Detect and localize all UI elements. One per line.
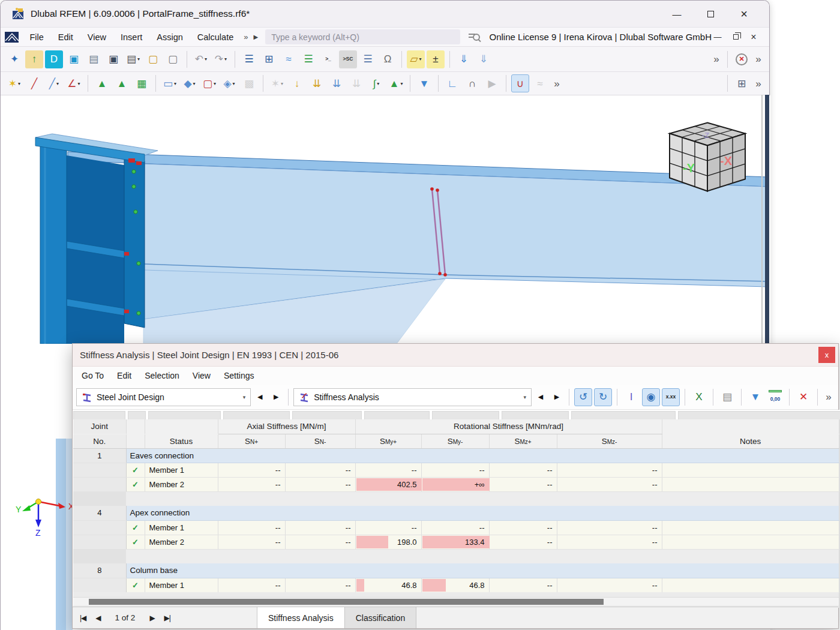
redo-icon[interactable]: ↷▾ [212, 50, 230, 68]
dialog-menu-edit[interactable]: Edit [110, 371, 138, 380]
result-values-icon[interactable]: x.xx [662, 388, 680, 406]
model-view[interactable] [1, 95, 770, 344]
toolbar-overflow-2-icon[interactable]: » [752, 50, 764, 68]
add-remove-objects-icon[interactable]: ± [427, 50, 445, 68]
dialog-close-button[interactable]: x [818, 347, 835, 363]
tab-classification[interactable]: Classification [345, 607, 416, 628]
show-results-icon[interactable]: ∪ [511, 74, 529, 92]
mdi-minimize-button[interactable]: — [712, 31, 724, 43]
member-result-row[interactable]: ✓Member 2----198.0133.4---- [73, 535, 839, 549]
toolbar2-overflow-icon[interactable]: » [551, 74, 563, 92]
navigation-cube[interactable]: -Y -X -Z [662, 115, 752, 202]
add-to-report-icon[interactable]: ▤ [718, 388, 736, 406]
surface-support-icon[interactable]: ▦ [133, 74, 151, 92]
printout-report-icon[interactable]: ▢ [164, 50, 182, 68]
edit-surface-icon[interactable]: ▱▾ [407, 50, 425, 68]
deselect-icon[interactable]: ✕ [794, 388, 812, 406]
cube-face-x-label[interactable]: -X [720, 154, 733, 167]
paste-object-icon[interactable]: ⇓ [475, 50, 493, 68]
result-diagram-icon[interactable]: ≈ [280, 50, 298, 68]
toolbar-overflow-icon[interactable]: » [710, 50, 722, 68]
menu-file[interactable]: File [22, 28, 50, 46]
tab-stiffness-analysis[interactable]: Stiffness Analysis [257, 607, 345, 628]
joint-group-row[interactable]: 8Column base [73, 563, 839, 578]
views-navigator-icon[interactable]: ☰ [359, 50, 377, 68]
animation-icon[interactable]: ▶ [483, 74, 501, 92]
load-wizard-icon[interactable]: ▲▾ [387, 74, 405, 92]
first-page-button[interactable]: |◀ [80, 614, 86, 622]
minimize-button[interactable]: — [660, 1, 694, 27]
table-view-icon[interactable]: ⊞ [733, 74, 751, 92]
line-support-icon[interactable]: ▲ [113, 74, 131, 92]
member-result-row[interactable]: ✓Member 2----402.5+∞---- [73, 477, 839, 491]
console-icon[interactable]: >_ [319, 50, 337, 68]
menu-expand-icon[interactable]: ▶ [251, 34, 260, 40]
save-icon[interactable]: ▣ [104, 50, 122, 68]
new-model-icon[interactable]: ✦ [5, 50, 23, 68]
design-case-prev-button[interactable]: ◀ [253, 389, 267, 406]
show-values-icon[interactable]: ◉ [642, 388, 660, 406]
new-solid-icon[interactable]: ◆▾ [181, 74, 199, 92]
previous-page-button[interactable]: ◀ [95, 614, 100, 622]
new-line-icon[interactable]: ╱ [25, 74, 43, 92]
zoom-cancel-icon[interactable]: ✕ [733, 50, 751, 68]
display-navigator-icon[interactable]: ☰ [299, 50, 317, 68]
menu-overflow-icon[interactable]: » [241, 32, 251, 41]
member-result-row[interactable]: ✓Member 1------------ [73, 520, 839, 535]
nodal-support-icon[interactable]: ▲ [93, 74, 111, 92]
dialog-menu-settings[interactable]: Settings [217, 371, 261, 380]
result-window-icon[interactable]: ∟ [443, 74, 461, 92]
print-icon[interactable]: ▤▾ [124, 50, 142, 68]
cube-face-z-label[interactable]: -Z [702, 131, 709, 140]
joint-group-row[interactable]: 4Apex connection [73, 506, 839, 520]
menu-insert[interactable]: Insert [113, 28, 149, 46]
tables-icon[interactable]: ⊞ [260, 50, 278, 68]
next-result-icon[interactable]: ↻ [594, 388, 612, 406]
solid-load-icon[interactable]: ⇊ [347, 74, 365, 92]
result-view-prev-button[interactable]: ◀ [533, 389, 548, 406]
mdi-restore-button[interactable] [730, 31, 742, 43]
design-check-details-icon[interactable]: I [622, 388, 640, 406]
nodal-load-icon[interactable]: ↓ [288, 74, 306, 92]
previous-result-icon[interactable]: ↺ [574, 388, 592, 406]
mdi-close-button[interactable]: × [748, 31, 760, 43]
dialog-menu-go-to[interactable]: Go To [75, 371, 110, 380]
menu-calculate[interactable]: Calculate [190, 28, 241, 46]
menu-assign[interactable]: Assign [149, 28, 190, 46]
visibility-filter-icon[interactable]: ▼ [415, 74, 433, 92]
member-load-icon[interactable]: ⇊ [308, 74, 326, 92]
copy-model-icon[interactable]: ▩ [240, 74, 258, 92]
imperfection-icon[interactable]: ∫▾ [367, 74, 385, 92]
keyword-search-input[interactable] [265, 29, 460, 44]
result-view-combobox[interactable]: Stiffness Analysis ▾ [293, 388, 532, 406]
new-member-icon[interactable]: ╱▾ [45, 74, 63, 92]
dialog-toolbar-overflow-icon[interactable]: » [823, 388, 835, 406]
section-icon[interactable]: ∩ [463, 74, 481, 92]
new-nurbs-icon[interactable]: ◈▾ [220, 74, 238, 92]
menu-view[interactable]: View [80, 28, 113, 46]
cube-face-y-label[interactable]: -Y [683, 161, 695, 175]
filter-results-icon[interactable]: ▼ [746, 388, 764, 406]
dialog-menu-selection[interactable]: Selection [138, 371, 186, 380]
new-surface-icon[interactable]: ▭▾ [161, 74, 179, 92]
toolbar2-overflow-2-icon[interactable]: » [752, 74, 764, 92]
next-page-button[interactable]: ▶ [149, 614, 154, 622]
menu-edit[interactable]: Edit [51, 28, 80, 46]
dialog-menu-view[interactable]: View [186, 371, 217, 380]
new-opening-icon[interactable]: ▢▾ [200, 74, 218, 92]
undo-icon[interactable]: ↶▾ [192, 50, 210, 68]
script-icon[interactable]: >SC [339, 50, 357, 68]
horizontal-scrollbar[interactable] [73, 597, 839, 605]
member-result-row[interactable]: ✓Member 1----46.846.8---- [73, 578, 839, 592]
edit-model-data-icon[interactable]: ▤ [85, 50, 103, 68]
member-result-row[interactable]: ✓Member 1------------ [73, 463, 839, 477]
insert-object-icon[interactable]: ⇓ [455, 50, 473, 68]
last-page-button[interactable]: ▶| [164, 614, 170, 622]
export-excel-icon[interactable]: X [690, 388, 708, 406]
edit-node-icon[interactable]: ✶▾ [268, 74, 286, 92]
open-model-icon[interactable]: ↑ [25, 50, 43, 68]
support-center-icon[interactable]: Ω [379, 50, 397, 68]
new-printout-report-icon[interactable]: ▢ [144, 50, 162, 68]
maximize-button[interactable] [694, 1, 727, 27]
new-node-icon[interactable]: ✶▾ [5, 74, 23, 92]
